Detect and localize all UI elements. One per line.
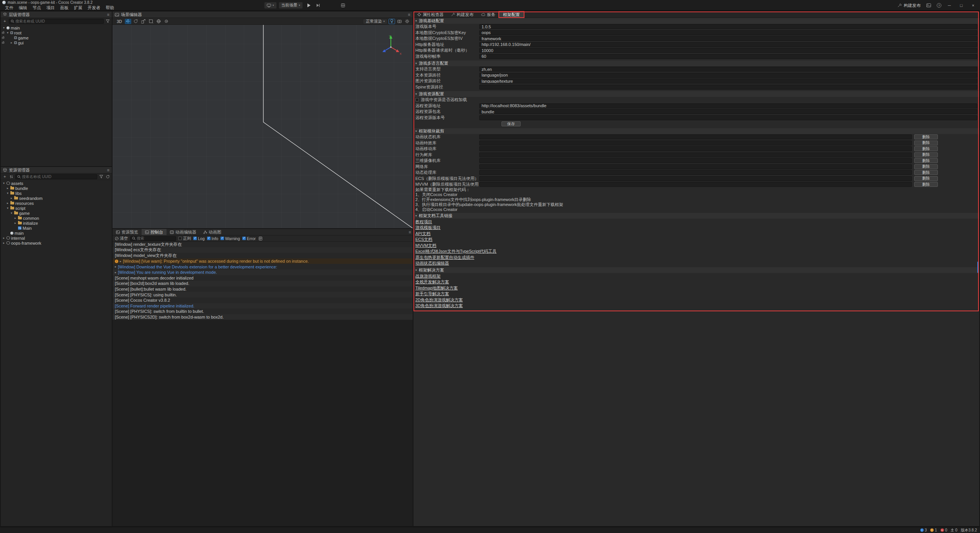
menu-node[interactable]: 节点 [30, 5, 44, 11]
log-row[interactable]: [Window] render_texture文件夹存在 [113, 242, 413, 247]
delete-button[interactable]: 删除 [914, 146, 938, 151]
caret-down-icon[interactable]: ▾ [6, 192, 9, 195]
log-row-info[interactable]: [Scene] Forward render pipeline initiali… [113, 303, 413, 309]
error-count[interactable]: ×0 [941, 528, 947, 532]
panel-menu-icon[interactable]: ≡ [107, 168, 109, 172]
solution-link[interactable]: 全栈开发解决方案 [413, 279, 979, 285]
caret-right-icon[interactable]: ▸ [120, 260, 121, 263]
menu-extension[interactable]: 扩展 [71, 5, 85, 11]
scene-light-toggle[interactable] [389, 19, 395, 24]
frame-rate-input[interactable] [479, 54, 977, 59]
asset-node-internal[interactable]: ▸internal [1, 235, 112, 240]
inspector-scrollbar-thumb[interactable] [977, 262, 979, 273]
doc-link[interactable]: 教程项目 [413, 219, 979, 225]
solution-link[interactable]: 3D角色扮演游戏解决方案 [413, 303, 979, 309]
preview-target-dropdown[interactable]: ▾ [264, 2, 277, 9]
warning-count[interactable]: !1 [930, 528, 937, 532]
add-node-button[interactable]: + [2, 19, 7, 24]
caret-right-icon[interactable]: ▸ [10, 197, 13, 200]
delete-button[interactable]: 删除 [914, 176, 938, 181]
log-row[interactable]: [Scene] [PHYSICS2D]: switch from box2d-w… [113, 314, 413, 320]
language-json-path-input[interactable] [479, 73, 977, 78]
asset-node-common[interactable]: ▸common [1, 216, 112, 221]
tree-node-gui[interactable]: ▸ gui [1, 40, 112, 45]
tree-node-game[interactable]: game [1, 35, 112, 40]
info-count[interactable]: i3 [920, 528, 927, 532]
close-button[interactable]: × [969, 3, 977, 8]
console-search-input[interactable] [137, 236, 174, 240]
filter-warning[interactable]: Warning [220, 236, 240, 241]
remote-bundle-input[interactable] [479, 109, 977, 114]
log-row[interactable]: [Scene] [box2d]:box2d wasm lib loaded. [113, 281, 413, 286]
filter-log[interactable]: Log [193, 236, 205, 241]
refresh-icon[interactable] [105, 174, 110, 179]
regex-checkbox[interactable] [178, 237, 182, 240]
tab-service[interactable]: 服务 [477, 11, 499, 18]
log-row[interactable]: [Window] model_view文件夹存在 [113, 253, 413, 258]
tab-property-inspector[interactable]: 属性检查器 [413, 11, 448, 18]
lock-icon[interactable] [2, 42, 4, 44]
caret-right-icon[interactable]: ▸ [14, 217, 17, 220]
spine-path-input[interactable] [479, 85, 977, 90]
tab-asset-preview[interactable]: 资源预览 [113, 229, 142, 235]
section-header-basic[interactable]: ▾ 游戏基础配置 [413, 18, 979, 24]
doc-link[interactable]: 动画状态机编辑器 [413, 260, 979, 266]
solution-link[interactable]: 2D角色扮演游戏解决方案 [413, 297, 979, 303]
caret-right-icon[interactable]: ▸ [6, 187, 9, 190]
crypto-iv-input[interactable] [479, 36, 977, 41]
http-timeout-input[interactable] [479, 48, 977, 53]
log-row-info[interactable]: ▸[Window] You are running Vue in develop… [113, 270, 413, 275]
panel-menu-icon[interactable]: ≡ [107, 13, 109, 17]
section-header-resource[interactable]: ▾ 游戏资源配置 [413, 91, 979, 97]
play-button[interactable] [305, 2, 312, 9]
remote-version-input[interactable] [479, 115, 977, 120]
delete-button[interactable]: 删除 [914, 134, 938, 139]
caret-right-icon[interactable]: ▸ [115, 271, 116, 274]
tree-node-main[interactable]: ▾ main [1, 25, 112, 30]
rect-tool-button[interactable] [148, 19, 154, 24]
filter-icon[interactable] [99, 174, 104, 179]
http-server-input[interactable] [479, 42, 977, 47]
log-row[interactable]: [Scene] [PHYSICS]: switch from builtin t… [113, 309, 413, 314]
crypto-key-input[interactable] [479, 30, 977, 35]
hierarchy-search-input[interactable] [15, 19, 102, 23]
asset-node-resources[interactable]: ▸resources [1, 201, 112, 206]
caret-right-icon[interactable]: ▸ [14, 222, 17, 225]
log-row[interactable]: [Scene] Cocos Creator v3.8.2 [113, 298, 413, 303]
doc-link[interactable]: ECS文档 [413, 237, 979, 243]
regex-toggle[interactable]: 正则 [178, 236, 191, 241]
minimize-button[interactable]: ─ [946, 3, 953, 8]
delete-button[interactable]: 删除 [914, 164, 938, 169]
console-clear-button[interactable]: 清空 [115, 236, 128, 241]
game-version-input[interactable] [479, 24, 977, 29]
help-button[interactable]: ? [937, 3, 941, 8]
scene-viewport[interactable]: Y X [113, 25, 413, 228]
menu-file[interactable]: 文件 [2, 5, 16, 11]
caret-right-icon[interactable]: ▸ [10, 41, 13, 44]
menu-help[interactable]: 帮助 [103, 5, 117, 11]
menu-developer[interactable]: 开发者 [85, 5, 103, 11]
log-row[interactable]: [Window] ecs文件夹存在 [113, 247, 413, 253]
delete-button[interactable]: 删除 [914, 158, 938, 163]
doc-link[interactable]: Excel格式转Json文件与TypeScript代码工具 [413, 249, 979, 255]
section-header-modules[interactable]: ▾ 框架模块裁剪 [413, 128, 979, 134]
doc-link[interactable]: API文档 [413, 231, 979, 237]
tab-animation-graph[interactable]: 动画图 [200, 229, 225, 235]
solution-link[interactable]: 新手引导解决方案 [413, 291, 979, 297]
section-header-docs[interactable]: ▾ 框架文档工具链接 [413, 213, 979, 219]
caret-right-icon[interactable]: ▸ [2, 242, 5, 245]
asset-node-oops-framework[interactable]: ▸oops-framework [1, 240, 112, 245]
asset-node-libs[interactable]: ▾libs [1, 191, 112, 196]
tab-build-publish[interactable]: 构建发布 [448, 11, 477, 18]
step-button[interactable] [314, 2, 322, 9]
scene-selector-dropdown[interactable]: 当前场景 ▾ [279, 2, 303, 9]
log-row-info[interactable]: ▸[Window] Download the Vue Devtools exte… [113, 264, 413, 270]
asset-node-seedrandom[interactable]: ▸seedrandom [1, 196, 112, 201]
menu-edit[interactable]: 编辑 [16, 5, 30, 11]
caret-right-icon[interactable]: ▸ [2, 237, 5, 240]
panel-menu-icon[interactable]: ≡ [408, 13, 410, 17]
remote-url-input[interactable] [479, 103, 977, 108]
navigation-gizmo[interactable]: Y X [379, 33, 403, 57]
solution-link[interactable]: 战旗游戏框架 [413, 273, 979, 279]
asset-node-initialize[interactable]: ▸initialize [1, 221, 112, 226]
